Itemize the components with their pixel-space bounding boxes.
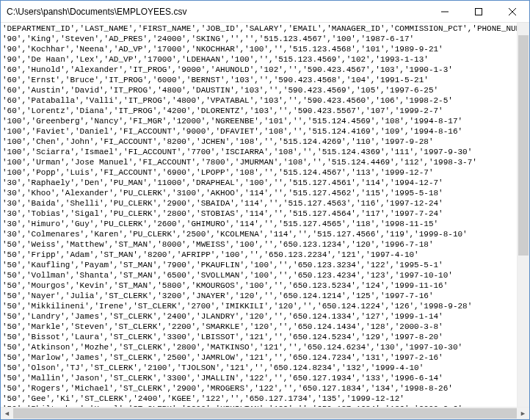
file-text-area[interactable]: 'DEPARTMENT_ID','LAST_NAME','FIRST_NAME'… — [1, 23, 517, 407]
minimize-icon — [441, 8, 449, 15]
scroll-left-arrow[interactable]: ◄ — [1, 408, 13, 419]
vertical-scroll-thumb[interactable] — [518, 35, 529, 256]
window-title: C:\Users\pansh\Documents\EMPLOYEES.csv — [1, 7, 428, 17]
scroll-right-arrow[interactable]: ► — [517, 408, 529, 419]
maximize-icon — [475, 8, 482, 15]
horizontal-scrollbar[interactable]: ◄ ► — [1, 407, 529, 419]
minimize-button[interactable] — [428, 1, 462, 22]
titlebar: C:\Users\pansh\Documents\EMPLOYEES.csv — [1, 1, 529, 23]
horizontal-scroll-thumb[interactable] — [13, 408, 517, 419]
window-controls — [428, 1, 529, 22]
vertical-scrollbar[interactable] — [517, 23, 529, 407]
content: 'DEPARTMENT_ID','LAST_NAME','FIRST_NAME'… — [1, 23, 529, 407]
maximize-button[interactable] — [462, 1, 495, 22]
content-wrap: 'DEPARTMENT_ID','LAST_NAME','FIRST_NAME'… — [1, 23, 529, 419]
horizontal-scroll-track[interactable] — [13, 408, 517, 419]
svg-rect-1 — [476, 8, 482, 15]
close-icon — [509, 8, 516, 15]
close-button[interactable] — [495, 1, 529, 22]
